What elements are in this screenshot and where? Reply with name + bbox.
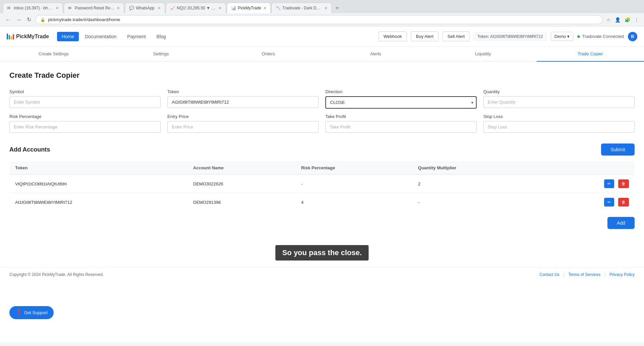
table-body: VtQtPt1tCt3t8t1tAtQtUt6tH DEMO3022626 - … [10,175,635,212]
entry-price-input[interactable] [167,121,319,133]
tab-tradovate-close[interactable]: ✕ [324,6,327,10]
logo: PickMyTrade [7,34,49,40]
pickmytrade-favicon: 📊 [231,6,236,10]
tab-gmail2[interactable]: ✉ Password Reset Request at Pick... ✕ [64,3,124,13]
add-btn-row: Add [9,217,635,229]
tab-gmail-close[interactable]: ✕ [56,6,59,10]
address-bar-row: ← → ↻ 🔒 pickmytrade.trade/#/dashboard/ho… [0,13,644,26]
tab-pickmytrade[interactable]: 📊 PickMyTrade ✕ [227,3,271,13]
url-text: pickmytrade.trade/#/dashboard/home [48,17,598,22]
forward-button[interactable]: → [15,15,23,24]
tab-create-settings[interactable]: Create Settings [0,47,107,62]
new-tab-button[interactable]: + [332,3,342,13]
stop-loss-input[interactable] [483,121,635,133]
row2-qty-multiplier: - [413,193,541,212]
risk-percentage-input[interactable] [9,121,161,133]
address-bar[interactable]: 🔒 pickmytrade.trade/#/dashboard/home [35,15,603,24]
tab-pickmytrade-title: PickMyTrade [238,6,261,10]
logo-icon [7,34,14,40]
nav-home[interactable]: Home [57,32,79,41]
direction-group: Direction CLOSE BUY SELL ▾ [325,89,477,109]
token-input[interactable] [167,96,319,108]
row1-edit-button[interactable]: ✏ [604,179,614,188]
terms-link[interactable]: Terms of Services [569,272,600,277]
webhook-button[interactable]: Webhook [378,32,407,41]
symbol-input[interactable] [9,96,161,108]
tab-trade-copier[interactable]: Trade Copier [537,47,644,62]
table-row: VtQtPt1tCt3t8t1tAtQtUt6tH DEMO3022626 - … [10,175,635,193]
profile-button[interactable]: 👤 [614,16,622,23]
demo-select[interactable]: Demo ▾ [551,32,574,41]
footer-copyright: Copyright © 2024 PickMyTrade. All Rights… [9,272,104,277]
page-title: Create Trade Copier [9,71,635,80]
direction-select[interactable]: CLOSE BUY SELL [325,96,477,109]
lock-icon: 🔒 [40,17,45,22]
footer-sep2: | [604,272,605,277]
tab-tradovate-title: Tradovate - Dark Default [282,6,322,10]
row2-delete-button[interactable]: 🗑 [618,198,629,207]
tab-tradovate[interactable]: 📉 Tradovate - Dark Default ✕ [271,3,332,13]
privacy-link[interactable]: Privacy Policy [609,272,635,277]
buy-alert-button[interactable]: Buy Alert [411,32,438,41]
tab-gmail2-close[interactable]: ✕ [117,6,120,10]
menu-button[interactable]: ⋮ [633,16,640,23]
row2-action-buttons: ✏ 🗑 [546,198,629,207]
token-group: Token [167,89,319,109]
contact-us-link[interactable]: Contact Us [539,272,559,277]
tab-nq1-close[interactable]: ✕ [219,6,222,10]
gmail2-favicon: ✉ [68,6,73,10]
row1-account-name: DEMO3022626 [188,175,296,193]
main-content: Create Trade Copier Symbol Token Directi… [0,62,644,238]
tab-whatsapp[interactable]: 💬 WhatsApp ✕ [125,3,165,13]
avatar-button[interactable]: B [628,32,637,41]
tab-whatsapp-title: WhatsApp [136,6,156,10]
tab-nq1[interactable]: 📈 NQ1! 20,285.50 ▼ -1.52% Un... ✕ [166,3,226,13]
tab-liquidity[interactable]: Liquidity [429,47,537,62]
tab-alerts[interactable]: Alerts [322,47,429,62]
row1-action-buttons: ✏ 🗑 [546,179,629,188]
row2-edit-button[interactable]: ✏ [604,198,614,207]
reload-button[interactable]: ↻ [25,15,33,24]
accounts-section-title: Add Accounts [9,146,50,153]
table-header-row: Token Account Name Risk Percentage Quant… [10,161,635,175]
support-button[interactable]: ❓ Get Support [9,306,54,319]
stop-loss-group: Stop Loss [483,114,635,133]
tab-settings[interactable]: Settings [107,47,215,62]
create-form: Symbol Token Direction CLOSE BUY SELL ▾ [9,89,635,133]
stop-loss-label: Stop Loss [483,114,635,119]
add-button[interactable]: Add [607,217,635,229]
tab-orders[interactable]: Orders [215,47,322,62]
take-profit-input[interactable] [325,121,477,133]
gmail-favicon: ✉ [7,6,12,10]
symbol-group: Symbol [9,89,161,109]
tab-whatsapp-close[interactable]: ✕ [158,6,161,10]
tab-bar: ✉ Inbox (16,397) - bhavishyago... ✕ ✉ Pa… [0,0,644,13]
logo-text: PickMyTrade [16,34,49,40]
take-profit-group: Take Profit [325,114,477,133]
browser-chrome: ✉ Inbox (16,397) - bhavishyago... ✕ ✉ Pa… [0,0,644,26]
quantity-group: Quantity [483,89,635,109]
back-button[interactable]: ← [4,15,12,24]
nav-blog[interactable]: Blog [152,32,171,41]
row2-token: At1tGt9tTt8tWtEt8tYtMtRt712 [10,193,188,212]
sell-alert-button[interactable]: Sell Alert [442,32,470,41]
tab-gmail[interactable]: ✉ Inbox (16,397) - bhavishyago... ✕ [3,3,63,13]
nav-payment[interactable]: Payment [122,32,150,41]
extensions-button[interactable]: 🧩 [624,16,631,23]
row1-token: VtQtPt1tCt3t8t1tAtQtUt6tH [10,175,188,193]
subtitle-text: So you pass the close. [275,245,368,261]
nav-right: Webhook Buy Alert Sell Alert Token: At1t… [378,32,637,41]
row1-delete-button[interactable]: 🗑 [618,179,629,188]
support-icon: ❓ [15,309,22,316]
bookmark-button[interactable]: ☆ [605,16,612,23]
tab-pickmytrade-close[interactable]: ✕ [263,6,266,10]
col-risk-percentage: Risk Percentage [296,161,413,175]
nav-documentation[interactable]: Documentation [80,32,121,41]
tab-gmail2-title: Password Reset Request at Pick... [75,6,115,10]
take-profit-label: Take Profit [325,114,477,119]
token-label: Token [167,89,319,94]
row2-account-name: DEMO291396 [188,193,296,212]
quantity-input[interactable] [483,96,635,108]
submit-button[interactable]: Submit [601,143,635,156]
row1-actions: ✏ 🗑 [541,175,635,193]
